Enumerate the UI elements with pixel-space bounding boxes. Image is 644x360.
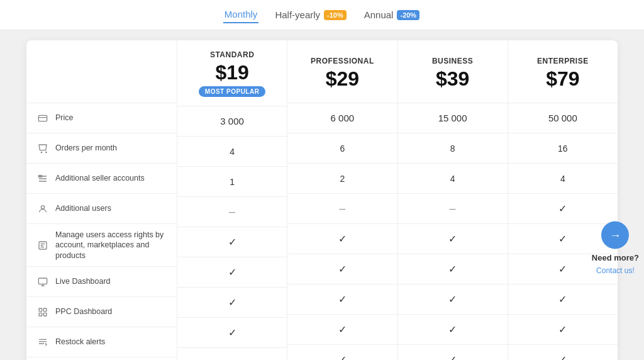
dashboard-icon: [36, 276, 49, 288]
enterprise-manage: ✓: [508, 194, 618, 224]
feature-ppc: PPC Dashboard: [26, 297, 177, 327]
plan-enterprise: ENTERPRISE $79 50 000 16 4 ✓ ✓ ✓ ✓ ✓ ✓ F…: [508, 40, 618, 360]
price-icon: [36, 112, 49, 125]
tab-annual-label: Annual: [364, 9, 394, 20]
professional-superscout: ✓: [287, 345, 397, 360]
ppc-label: PPC Dashboard: [55, 307, 112, 317]
feature-dashboard: Live Dashboard: [26, 267, 177, 297]
professional-name: PROFESSIONAL: [311, 57, 374, 65]
tab-annual[interactable]: Annual -20%: [363, 7, 421, 23]
svg-rect-9: [39, 313, 42, 316]
svg-rect-10: [43, 313, 47, 316]
business-accounts: 8: [398, 133, 508, 164]
enterprise-name: ENTERPRISE: [537, 57, 589, 65]
accounts-label: Additional seller accounts: [55, 173, 145, 183]
business-refunds: ✓: [398, 315, 508, 345]
standard-name: STANDARD: [210, 50, 254, 59]
business-price: $39: [436, 68, 469, 90]
svg-rect-0: [38, 115, 47, 121]
standard-superscout-check: ✓: [228, 357, 236, 360]
standard-orders: 3 000: [177, 106, 287, 137]
standard-accounts: 4: [177, 137, 287, 167]
enterprise-users: 4: [508, 164, 618, 194]
business-users: 4: [398, 164, 508, 194]
billing-tabs: Monthly Half-yearly -10% Annual -20%: [0, 0, 644, 30]
price-label: Price: [55, 113, 73, 123]
standard-dashboard: ✓: [177, 227, 287, 257]
enterprise-superscout: ✓: [508, 345, 618, 360]
enterprise-accounts: 16: [508, 133, 618, 164]
svg-rect-6: [38, 278, 47, 284]
most-popular-badge: MOST POPULAR: [199, 86, 266, 97]
svg-rect-8: [43, 308, 47, 312]
features-header: [26, 40, 177, 103]
enterprise-price: $79: [546, 68, 579, 90]
pricing-section: Price Orders per month Additional seller…: [0, 30, 644, 360]
standard-header: STANDARD $19 MOST POPULAR: [177, 40, 287, 106]
professional-restock: ✓: [287, 284, 397, 315]
plan-professional: PROFESSIONAL $29 6 000 6 2 – ✓ ✓ ✓ ✓ ✓ F…: [287, 40, 397, 360]
users-label: Additional users: [55, 203, 111, 213]
standard-restock: ✓: [177, 288, 287, 318]
tab-half-yearly[interactable]: Half-yearly -10%: [274, 7, 347, 23]
professional-ppc: ✓: [287, 254, 397, 284]
business-orders: 15 000: [398, 103, 508, 133]
standard-superscout: ✓: [177, 348, 287, 360]
tab-monthly[interactable]: Monthly: [223, 6, 259, 23]
professional-accounts: 6: [287, 133, 397, 164]
professional-header: PROFESSIONAL $29: [287, 40, 397, 103]
feature-price: Price: [26, 103, 177, 133]
feature-accounts: Additional seller accounts: [26, 164, 177, 194]
standard-manage: –: [177, 197, 287, 227]
business-header: BUSINESS $39: [398, 40, 508, 103]
standard-manage-dash: –: [229, 205, 235, 218]
standard-price: $19: [215, 62, 248, 84]
users-icon: [36, 203, 49, 215]
restock-label: Restock alerts: [55, 337, 105, 347]
contact-us-link[interactable]: Contact us!: [596, 266, 635, 275]
need-more-section: → Need more? Contact us!: [592, 222, 639, 275]
half-yearly-badge: -10%: [324, 10, 347, 20]
enterprise-header: ENTERPRISE $79: [508, 40, 618, 103]
feature-users: Additional users: [26, 194, 177, 224]
enterprise-refunds: ✓: [508, 315, 618, 345]
standard-dashboard-check: ✓: [228, 236, 236, 248]
orders-label: Orders per month: [55, 143, 117, 153]
feature-refunds: Refunds for lost inventory: [26, 357, 177, 360]
business-restock: ✓: [398, 284, 508, 315]
business-superscout: ✓: [398, 345, 508, 360]
svg-point-4: [41, 205, 44, 208]
need-more-button[interactable]: →: [601, 222, 629, 249]
feature-restock: Restock alerts: [26, 327, 177, 357]
features-column: Price Orders per month Additional seller…: [26, 40, 177, 360]
accounts-icon: [36, 172, 49, 185]
professional-users: 2: [287, 164, 397, 194]
enterprise-restock: ✓: [508, 284, 618, 315]
tab-monthly-label: Monthly: [225, 9, 258, 20]
annual-badge: -20%: [397, 10, 419, 20]
business-dashboard: ✓: [398, 224, 508, 254]
business-ppc: ✓: [398, 254, 508, 284]
standard-refunds-check: ✓: [228, 327, 236, 339]
standard-users: 1: [177, 167, 287, 197]
dashboard-label: Live Dashboard: [55, 276, 111, 286]
enterprise-orders: 50 000: [508, 103, 618, 133]
standard-refunds: ✓: [177, 318, 287, 348]
need-more-heading: Need more?: [592, 253, 639, 262]
manage-icon: [36, 239, 49, 252]
ppc-icon: [36, 306, 49, 318]
professional-dashboard: ✓: [287, 224, 397, 254]
professional-manage: –: [287, 194, 397, 224]
orders-icon: [36, 142, 49, 155]
feature-manage: Manage users access rights by account, m…: [26, 224, 177, 267]
restock-icon: [36, 336, 49, 349]
professional-price: $29: [326, 68, 359, 90]
standard-ppc: ✓: [177, 257, 287, 288]
plan-standard: STANDARD $19 MOST POPULAR 3 000 4 1 – ✓ …: [177, 40, 287, 360]
professional-refunds: ✓: [287, 315, 397, 345]
business-manage: –: [398, 194, 508, 224]
standard-restock-check: ✓: [228, 296, 236, 308]
plan-business: BUSINESS $39 15 000 8 4 – ✓ ✓ ✓ ✓ ✓ Free…: [398, 40, 508, 360]
svg-point-1: [41, 152, 42, 152]
business-name: BUSINESS: [432, 57, 473, 65]
